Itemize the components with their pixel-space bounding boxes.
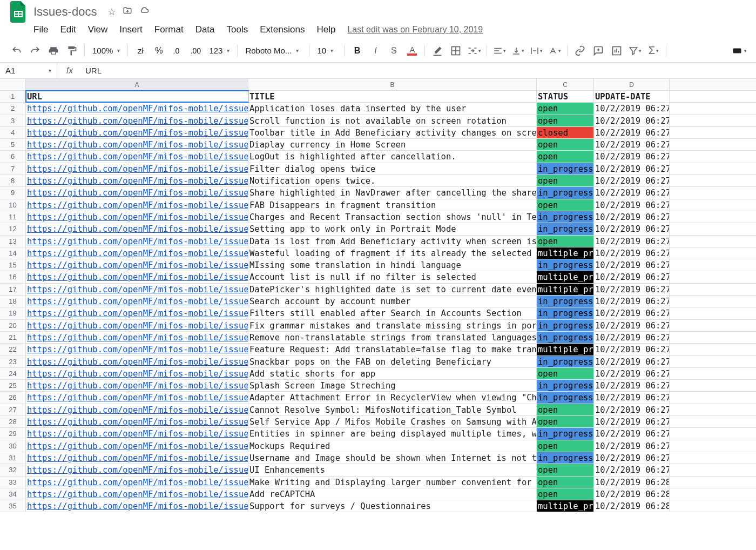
text-color-button[interactable]: A [404, 43, 420, 58]
cell-title[interactable]: MIssing some translation in hindi langua… [248, 259, 537, 271]
cell-date[interactable]: 10/2/2019 06:27 [594, 115, 670, 126]
menu-view[interactable]: View [88, 24, 108, 35]
cell-status[interactable]: multiple_prs [537, 344, 594, 355]
cell-title[interactable]: Snackbar pops on the FAB on deleting Ben… [248, 356, 537, 367]
text-rotation-button[interactable]: ▾ [547, 43, 562, 58]
cell-status[interactable]: in_progress [537, 187, 594, 198]
row-header[interactable]: 26 [0, 392, 26, 403]
row-header[interactable]: 6 [0, 151, 26, 162]
cell-url[interactable]: https://github.com/openMF/mifos-mobile/i… [26, 440, 248, 452]
cell-title[interactable]: Username and Image should be shown when … [248, 452, 537, 464]
row-header[interactable]: 21 [0, 332, 26, 343]
cell-url[interactable]: https://github.com/openMF/mifos-mobile/i… [26, 380, 248, 391]
cell-title[interactable]: Self Service App / Mifos Mobile Crashes … [248, 416, 537, 427]
cell-url[interactable]: https://github.com/openMF/mifos-mobile/i… [26, 307, 248, 319]
col-header-c[interactable]: C [537, 79, 594, 90]
cell-status[interactable]: open [537, 488, 594, 500]
text-wrap-button[interactable]: ▾ [529, 43, 544, 58]
row-header[interactable]: 18 [0, 296, 26, 307]
last-edit[interactable]: Last edit was on February 10, 2019 [347, 25, 483, 35]
row-header[interactable]: 28 [0, 416, 26, 427]
cell[interactable]: URL [26, 91, 248, 102]
menu-format[interactable]: Format [154, 24, 184, 35]
cell-title[interactable]: Entities in spinner are being displayed … [248, 428, 537, 439]
cell-title[interactable]: UI Enhancements [248, 464, 537, 475]
cell-date[interactable]: 10/2/2019 06:27 [594, 151, 670, 162]
cell-url[interactable]: https://github.com/openMF/mifos-mobile/i… [26, 344, 248, 355]
cell-url[interactable]: https://github.com/openMF/mifos-mobile/i… [26, 320, 248, 331]
increase-decimal-button[interactable]: .00 [188, 43, 203, 58]
fill-color-button[interactable] [430, 43, 445, 58]
cell-title[interactable]: Wasteful loading of fragment if its alre… [248, 247, 537, 259]
row-header[interactable]: 12 [0, 223, 26, 234]
redo-button[interactable] [28, 43, 43, 58]
cell-status[interactable]: in_progress [537, 320, 594, 331]
cell-status[interactable]: open [537, 477, 594, 488]
cell-title[interactable]: LogOut is highlighted after cancellation… [248, 151, 537, 162]
cloud-status-icon[interactable] [139, 6, 150, 18]
cell-date[interactable]: 10/2/2019 06:27 [594, 464, 670, 475]
cell-title[interactable]: Filters still enabled after Search in Ac… [248, 307, 537, 319]
cell-url[interactable]: https://github.com/openMF/mifos-mobile/i… [26, 139, 248, 150]
cell[interactable]: STATUS [537, 91, 594, 102]
cell-status[interactable]: open [537, 151, 594, 162]
cell-title[interactable]: Remove non-translatable strings from tra… [248, 332, 537, 343]
row-header[interactable]: 25 [0, 380, 26, 391]
row-header[interactable]: 22 [0, 344, 26, 355]
italic-button[interactable]: I [368, 43, 383, 58]
cell-url[interactable]: https://github.com/openMF/mifos-mobile/i… [26, 284, 248, 295]
cell-title[interactable]: Diaplay currency in Home Screen [248, 139, 537, 150]
cell-url[interactable]: https://github.com/openMF/mifos-mobile/i… [26, 332, 248, 343]
percent-button[interactable]: % [151, 43, 166, 58]
cell-title[interactable]: Toolbar title in Add Beneficiary activit… [248, 127, 537, 138]
cell-status[interactable]: open [537, 199, 594, 211]
cell-url[interactable]: https://github.com/openMF/mifos-mobile/i… [26, 392, 248, 403]
row-header[interactable]: 8 [0, 175, 26, 186]
cell-title[interactable]: Mockups Required [248, 440, 537, 452]
cell-date[interactable]: 10/2/2019 06:27 [594, 380, 670, 391]
cell-status[interactable]: open [537, 236, 594, 247]
cell-date[interactable]: 10/2/2019 06:28 [594, 500, 670, 512]
cell-title[interactable]: Scroll function is not available on scre… [248, 115, 537, 126]
more-formats-dropdown[interactable]: 123 [205, 43, 234, 58]
cell-status[interactable]: in_progress [537, 332, 594, 343]
row-header[interactable]: 33 [0, 477, 26, 488]
cell-date[interactable]: 10/2/2019 06:27 [594, 404, 670, 415]
cell-date[interactable]: 10/2/2019 06:27 [594, 307, 670, 319]
cell-url[interactable]: https://github.com/openMF/mifos-mobile/i… [26, 464, 248, 475]
cell-date[interactable]: 10/2/2019 06:28 [594, 488, 670, 500]
cell-title[interactable]: Make Writing and Displaying larger numbe… [248, 477, 537, 488]
cell-date[interactable]: 10/2/2019 06:27 [594, 452, 670, 464]
cell-date[interactable]: 10/2/2019 06:27 [594, 320, 670, 331]
cell-status[interactable]: in_progress [537, 259, 594, 271]
cell-url[interactable]: https://github.com/openMF/mifos-mobile/i… [26, 163, 248, 175]
print-button[interactable] [46, 43, 61, 58]
cell[interactable]: TITLE [248, 91, 537, 102]
cell-status[interactable]: in_progress [537, 452, 594, 464]
cell-url[interactable]: https://github.com/openMF/mifos-mobile/i… [26, 296, 248, 307]
cell-url[interactable]: https://github.com/openMF/mifos-mobile/i… [26, 500, 248, 512]
cell-date[interactable]: 10/2/2019 06:27 [594, 187, 670, 198]
cell-title[interactable]: Account list is null if no filter is sel… [248, 271, 537, 283]
row-header[interactable]: 4 [0, 127, 26, 138]
cell-status[interactable]: open [537, 404, 594, 415]
cell-title[interactable]: Notification opens twice. [248, 175, 537, 186]
merge-cells-button[interactable]: ▾ [467, 43, 482, 58]
cell-url[interactable]: https://github.com/openMF/mifos-mobile/i… [26, 477, 248, 488]
cell-url[interactable]: https://github.com/openMF/mifos-mobile/i… [26, 368, 248, 379]
cell-status[interactable]: in_progress [537, 428, 594, 439]
cell-date[interactable]: 10/2/2019 06:27 [594, 296, 670, 307]
star-icon[interactable]: ☆ [107, 6, 116, 18]
cell-url[interactable]: https://github.com/openMF/mifos-mobile/i… [26, 259, 248, 271]
bold-button[interactable]: B [349, 43, 364, 58]
cell-url[interactable]: https://github.com/openMF/mifos-mobile/i… [26, 236, 248, 247]
cell-url[interactable]: https://github.com/openMF/mifos-mobile/i… [26, 223, 248, 234]
undo-button[interactable] [9, 43, 24, 58]
row-header[interactable]: 9 [0, 187, 26, 198]
cell-status[interactable]: open [537, 139, 594, 150]
cell-url[interactable]: https://github.com/openMF/mifos-mobile/i… [26, 175, 248, 186]
cell-url[interactable]: https://github.com/openMF/mifos-mobile/i… [26, 127, 248, 138]
cell-title[interactable]: Adapter Attachment Error in RecyclerView… [248, 392, 537, 403]
cell-url[interactable]: https://github.com/openMF/mifos-mobile/i… [26, 103, 248, 114]
cell-url[interactable]: https://github.com/openMF/mifos-mobile/i… [26, 115, 248, 126]
